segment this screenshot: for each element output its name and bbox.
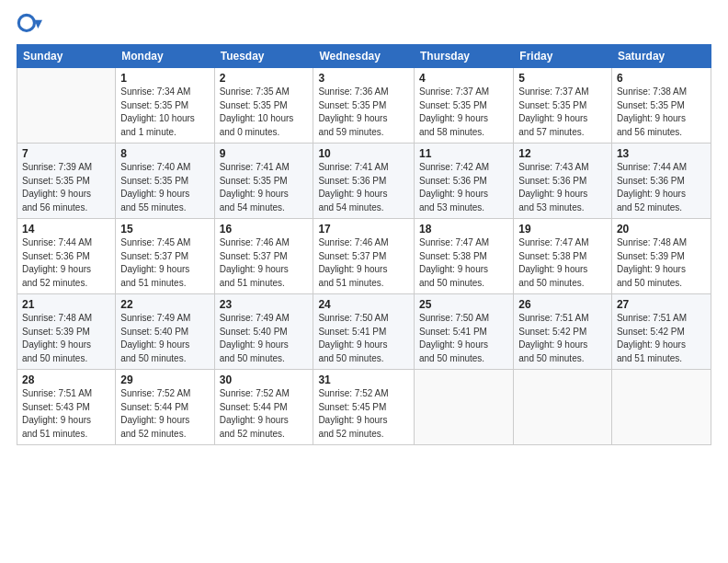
calendar-week-1: 1Sunrise: 7:34 AM Sunset: 5:35 PM Daylig… <box>17 68 711 144</box>
day-info: Sunrise: 7:47 AM Sunset: 5:38 PM Dayligh… <box>419 236 508 290</box>
day-info: Sunrise: 7:34 AM Sunset: 5:35 PM Dayligh… <box>120 86 209 139</box>
day-number: 19 <box>518 223 607 236</box>
calendar-cell: 14Sunrise: 7:44 AM Sunset: 5:36 PM Dayli… <box>17 219 116 294</box>
calendar-cell: 21Sunrise: 7:48 AM Sunset: 5:39 PM Dayli… <box>17 294 116 370</box>
day-info: Sunrise: 7:52 AM Sunset: 5:44 PM Dayligh… <box>120 387 209 441</box>
col-header-monday: Monday <box>116 45 214 68</box>
calendar-week-3: 14Sunrise: 7:44 AM Sunset: 5:36 PM Dayli… <box>17 219 711 294</box>
day-info: Sunrise: 7:50 AM Sunset: 5:41 PM Dayligh… <box>419 312 508 365</box>
calendar-cell: 9Sunrise: 7:41 AM Sunset: 5:35 PM Daylig… <box>214 144 313 219</box>
calendar-cell: 6Sunrise: 7:38 AM Sunset: 5:35 PM Daylig… <box>611 68 711 144</box>
calendar-cell: 11Sunrise: 7:42 AM Sunset: 5:36 PM Dayli… <box>414 144 513 219</box>
calendar-cell: 20Sunrise: 7:48 AM Sunset: 5:39 PM Dayli… <box>611 219 711 294</box>
calendar-cell: 19Sunrise: 7:47 AM Sunset: 5:38 PM Dayli… <box>514 219 612 294</box>
calendar-cell: 27Sunrise: 7:51 AM Sunset: 5:42 PM Dayli… <box>611 294 711 370</box>
col-header-wednesday: Wednesday <box>313 45 415 68</box>
day-info: Sunrise: 7:42 AM Sunset: 5:36 PM Dayligh… <box>419 161 508 214</box>
day-info: Sunrise: 7:47 AM Sunset: 5:38 PM Dayligh… <box>518 236 607 290</box>
calendar-cell <box>514 370 612 445</box>
calendar-cell: 31Sunrise: 7:52 AM Sunset: 5:45 PM Dayli… <box>313 370 415 445</box>
calendar-cell: 29Sunrise: 7:52 AM Sunset: 5:44 PM Dayli… <box>116 370 214 445</box>
calendar-cell: 4Sunrise: 7:37 AM Sunset: 5:35 PM Daylig… <box>414 68 513 144</box>
day-info: Sunrise: 7:49 AM Sunset: 5:40 PM Dayligh… <box>220 312 309 365</box>
calendar-week-2: 7Sunrise: 7:39 AM Sunset: 5:35 PM Daylig… <box>17 144 711 219</box>
day-info: Sunrise: 7:43 AM Sunset: 5:36 PM Dayligh… <box>518 161 607 214</box>
day-number: 10 <box>318 147 409 160</box>
day-number: 6 <box>617 72 706 85</box>
calendar-cell: 15Sunrise: 7:45 AM Sunset: 5:37 PM Dayli… <box>116 219 214 294</box>
day-info: Sunrise: 7:44 AM Sunset: 5:36 PM Dayligh… <box>22 236 110 290</box>
day-number: 7 <box>22 147 110 160</box>
calendar-cell <box>414 370 513 445</box>
col-header-thursday: Thursday <box>414 45 513 68</box>
day-number: 11 <box>419 147 508 160</box>
day-number: 28 <box>22 373 110 386</box>
day-number: 16 <box>220 223 309 236</box>
col-header-saturday: Saturday <box>611 45 711 68</box>
day-info: Sunrise: 7:48 AM Sunset: 5:39 PM Dayligh… <box>22 312 110 365</box>
day-info: Sunrise: 7:50 AM Sunset: 5:41 PM Dayligh… <box>318 312 409 365</box>
day-number: 2 <box>220 72 309 85</box>
header-row <box>17 9 711 39</box>
logo-icon <box>17 13 42 39</box>
day-info: Sunrise: 7:51 AM Sunset: 5:42 PM Dayligh… <box>518 312 607 365</box>
calendar-cell: 16Sunrise: 7:46 AM Sunset: 5:37 PM Dayli… <box>214 219 313 294</box>
day-number: 27 <box>617 298 706 311</box>
calendar-cell <box>611 370 711 445</box>
day-info: Sunrise: 7:52 AM Sunset: 5:45 PM Dayligh… <box>318 387 409 441</box>
day-number: 31 <box>318 373 409 386</box>
calendar-cell: 24Sunrise: 7:50 AM Sunset: 5:41 PM Dayli… <box>313 294 415 370</box>
day-number: 13 <box>617 147 706 160</box>
calendar-cell: 2Sunrise: 7:35 AM Sunset: 5:35 PM Daylig… <box>214 68 313 144</box>
calendar-cell: 7Sunrise: 7:39 AM Sunset: 5:35 PM Daylig… <box>17 144 116 219</box>
calendar-cell: 12Sunrise: 7:43 AM Sunset: 5:36 PM Dayli… <box>514 144 612 219</box>
calendar-cell: 30Sunrise: 7:52 AM Sunset: 5:44 PM Dayli… <box>214 370 313 445</box>
day-number: 5 <box>518 72 607 85</box>
day-number: 25 <box>419 298 508 311</box>
day-number: 14 <box>22 223 110 236</box>
day-number: 23 <box>220 298 309 311</box>
day-number: 30 <box>220 373 309 386</box>
col-header-sunday: Sunday <box>17 45 116 68</box>
day-number: 4 <box>419 72 508 85</box>
day-info: Sunrise: 7:38 AM Sunset: 5:35 PM Dayligh… <box>617 86 706 139</box>
calendar-cell: 18Sunrise: 7:47 AM Sunset: 5:38 PM Dayli… <box>414 219 513 294</box>
day-info: Sunrise: 7:51 AM Sunset: 5:43 PM Dayligh… <box>22 387 110 441</box>
day-info: Sunrise: 7:41 AM Sunset: 5:36 PM Dayligh… <box>318 161 409 214</box>
col-header-friday: Friday <box>514 45 612 68</box>
day-info: Sunrise: 7:37 AM Sunset: 5:35 PM Dayligh… <box>419 86 508 139</box>
day-number: 21 <box>22 298 110 311</box>
day-number: 20 <box>617 223 706 236</box>
calendar-header-row: SundayMondayTuesdayWednesdayThursdayFrid… <box>17 45 711 68</box>
day-number: 3 <box>318 72 409 85</box>
col-header-tuesday: Tuesday <box>214 45 313 68</box>
day-info: Sunrise: 7:44 AM Sunset: 5:36 PM Dayligh… <box>617 161 706 214</box>
day-info: Sunrise: 7:52 AM Sunset: 5:44 PM Dayligh… <box>220 387 309 441</box>
calendar-cell: 23Sunrise: 7:49 AM Sunset: 5:40 PM Dayli… <box>214 294 313 370</box>
day-number: 17 <box>318 223 409 236</box>
day-info: Sunrise: 7:46 AM Sunset: 5:37 PM Dayligh… <box>220 236 309 290</box>
calendar-table: SundayMondayTuesdayWednesdayThursdayFrid… <box>17 44 711 445</box>
day-info: Sunrise: 7:41 AM Sunset: 5:35 PM Dayligh… <box>220 161 309 214</box>
day-info: Sunrise: 7:35 AM Sunset: 5:35 PM Dayligh… <box>220 86 309 139</box>
calendar-week-5: 28Sunrise: 7:51 AM Sunset: 5:43 PM Dayli… <box>17 370 711 445</box>
day-info: Sunrise: 7:49 AM Sunset: 5:40 PM Dayligh… <box>120 312 209 365</box>
day-info: Sunrise: 7:37 AM Sunset: 5:35 PM Dayligh… <box>518 86 607 139</box>
day-number: 8 <box>120 147 209 160</box>
calendar-cell: 13Sunrise: 7:44 AM Sunset: 5:36 PM Dayli… <box>611 144 711 219</box>
calendar-cell: 10Sunrise: 7:41 AM Sunset: 5:36 PM Dayli… <box>313 144 415 219</box>
day-info: Sunrise: 7:46 AM Sunset: 5:37 PM Dayligh… <box>318 236 409 290</box>
day-number: 15 <box>120 223 209 236</box>
calendar-cell: 25Sunrise: 7:50 AM Sunset: 5:41 PM Dayli… <box>414 294 513 370</box>
day-number: 12 <box>518 147 607 160</box>
calendar-cell: 28Sunrise: 7:51 AM Sunset: 5:43 PM Dayli… <box>17 370 116 445</box>
svg-point-1 <box>20 17 33 29</box>
calendar-cell: 17Sunrise: 7:46 AM Sunset: 5:37 PM Dayli… <box>313 219 415 294</box>
calendar-cell: 26Sunrise: 7:51 AM Sunset: 5:42 PM Dayli… <box>514 294 612 370</box>
calendar-cell: 22Sunrise: 7:49 AM Sunset: 5:40 PM Dayli… <box>116 294 214 370</box>
calendar-week-4: 21Sunrise: 7:48 AM Sunset: 5:39 PM Dayli… <box>17 294 711 370</box>
day-number: 9 <box>220 147 309 160</box>
day-info: Sunrise: 7:48 AM Sunset: 5:39 PM Dayligh… <box>617 236 706 290</box>
page-container: SundayMondayTuesdayWednesdayThursdayFrid… <box>0 0 728 453</box>
day-info: Sunrise: 7:40 AM Sunset: 5:35 PM Dayligh… <box>120 161 209 214</box>
